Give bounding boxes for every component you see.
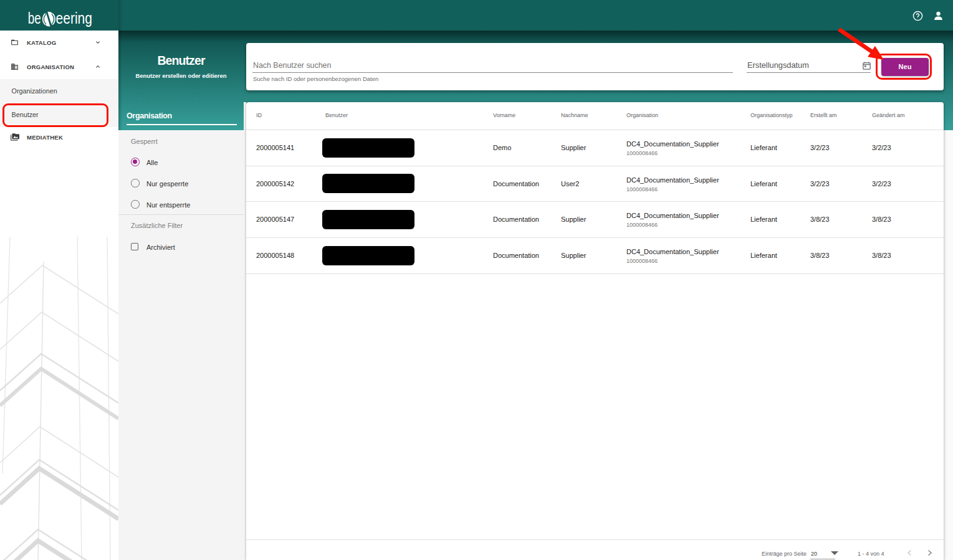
svg-text:be: be — [28, 9, 41, 27]
svg-text:eering: eering — [56, 9, 92, 27]
